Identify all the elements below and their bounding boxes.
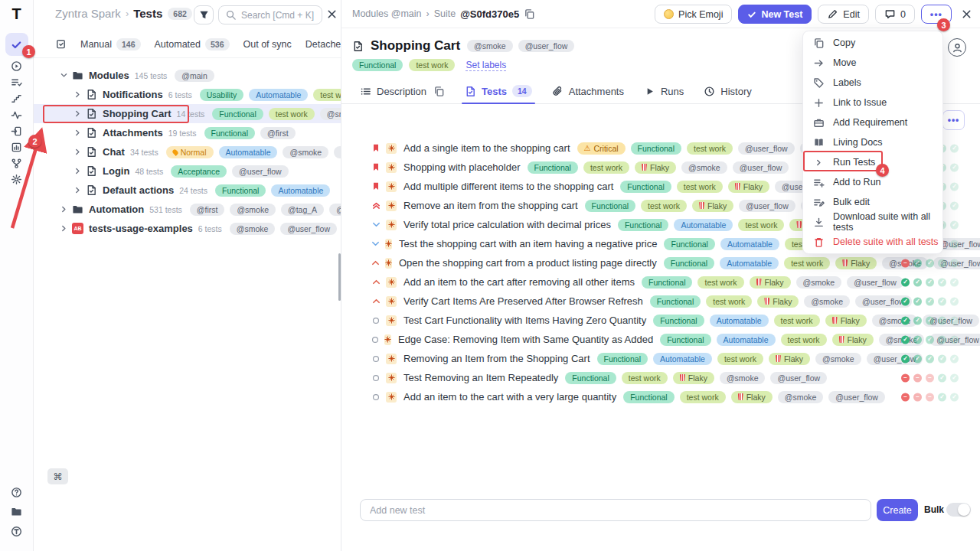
tree-row-modules[interactable]: Modules145 tests@main — [34, 66, 341, 85]
label-badge: @user_flow — [334, 146, 341, 158]
menu-item-move[interactable]: Move — [803, 53, 942, 73]
check-icon — [747, 10, 756, 19]
chevron-right-icon[interactable] — [60, 224, 68, 233]
test-title[interactable]: Test the shopping cart with an item havi… — [399, 238, 657, 249]
search-input[interactable] — [241, 10, 315, 21]
tree-row-login[interactable]: Login48 testsAcceptance@user_flow — [34, 161, 341, 181]
tree-row-default-actions[interactable]: Default actions24 testsFunctionalAutomat… — [34, 181, 341, 200]
tree-item-label: Attachments — [103, 127, 163, 139]
suite-doc-icon — [352, 41, 364, 52]
suite-tag: @user_flow — [518, 40, 575, 52]
test-title[interactable]: Test Cart Functionality with Items Havin… — [403, 315, 646, 326]
chevron-down-icon[interactable] — [60, 71, 68, 80]
test-title[interactable]: Edge Case: Removing Item with Same Quant… — [398, 334, 653, 345]
chevron-right-icon[interactable] — [74, 90, 82, 99]
tree-row-notifications[interactable]: Notifications6 testsUsabilityAutomatable… — [34, 85, 341, 104]
chevron-right-icon[interactable] — [74, 186, 82, 194]
filter-tab-out-of-sync[interactable]: Out of sync — [243, 39, 292, 50]
label-badge: Functional — [653, 315, 704, 327]
tab-tests[interactable]: Tests14 — [465, 79, 532, 103]
test-title[interactable]: Shopping with placeholder — [403, 161, 521, 173]
tests-more-button[interactable]: ••• — [942, 110, 965, 130]
tab-attachments[interactable]: Attachments — [552, 79, 624, 103]
panel-close-icon[interactable] — [326, 8, 338, 20]
run-status-dots: −−−✓✓ — [901, 393, 959, 401]
tree-row-chat[interactable]: Chat34 testsNormalAutomatable@smoke@user… — [34, 142, 341, 161]
tree-scrollbar[interactable] — [338, 253, 341, 301]
sidebar-item-gear[interactable] — [5, 168, 28, 191]
test-title[interactable]: Test Removing an Item Repeatedly — [403, 372, 558, 383]
bulk-select-icon[interactable] — [55, 38, 67, 50]
test-badges: Functionaltest workFlaky@smoke@user_flow — [565, 372, 827, 384]
test-title[interactable]: Open the shopping cart from a product li… — [399, 257, 657, 269]
set-labels-link[interactable]: Set labels — [466, 60, 506, 71]
tree-row-tests-usage-examples[interactable]: ABtests-usage-examples6 tests@smoke@user… — [34, 219, 341, 238]
test-title[interactable]: Verify Cart Items Are Preserved After Br… — [403, 295, 643, 307]
menu-item-add-to-run[interactable]: Add to Run — [803, 172, 942, 192]
bulk-toggle[interactable] — [946, 503, 971, 517]
filter-tab-manual[interactable]: Manual146 — [80, 38, 141, 51]
copy-description-icon[interactable] — [433, 86, 445, 97]
chevron-right-icon[interactable] — [74, 167, 82, 175]
add-test-input[interactable] — [360, 499, 871, 521]
chevron-right-icon[interactable] — [74, 129, 82, 137]
create-test-button[interactable]: Create — [877, 499, 918, 521]
test-row[interactable]: Verify Cart Items Are Preserved After Br… — [341, 292, 980, 311]
cmd-key-button[interactable]: ⌘ — [47, 468, 68, 484]
assignee-avatar[interactable] — [948, 38, 966, 57]
test-row[interactable]: Add an item to the cart with a very larg… — [341, 387, 980, 406]
test-row[interactable]: Removing an Item from the Shopping CartF… — [341, 349, 980, 368]
test-row[interactable]: Add an item to the cart after removing a… — [341, 272, 980, 292]
test-row[interactable]: Test Removing an Item RepeatedlyFunction… — [341, 368, 980, 387]
menu-item-add-requirement[interactable]: Add Requirement — [803, 112, 942, 132]
test-title[interactable]: Add a single item to the shopping cart — [403, 142, 570, 154]
test-title[interactable]: Add an item to the cart with a very larg… — [403, 391, 616, 403]
tab-history[interactable]: History — [704, 79, 751, 103]
search-field[interactable] — [218, 5, 322, 24]
menu-item-living-docs[interactable]: Living Docs — [803, 132, 942, 152]
test-title[interactable]: Add an item to the cart after removing a… — [403, 276, 635, 288]
tab-description[interactable]: Description — [360, 79, 445, 103]
clipboard-check-icon — [55, 38, 67, 50]
comments-button[interactable]: 0 — [875, 5, 915, 24]
app-name[interactable]: Zyntra Spark — [55, 7, 121, 20]
pick-emoji-button[interactable]: Pick Emoji — [655, 5, 732, 24]
test-title[interactable]: Removing an Item from the Shopping Cart — [403, 353, 590, 364]
chevron-right-icon[interactable] — [74, 148, 82, 156]
menu-item-download-suite-with-all-tests[interactable]: Download suite with all tests — [803, 212, 942, 232]
test-title[interactable]: Verify total price calculation with deci… — [403, 219, 611, 230]
label-badge: test work — [738, 219, 784, 231]
test-row[interactable]: Open the shopping cart from a product li… — [341, 253, 980, 272]
menu-item-copy[interactable]: Copy — [803, 33, 942, 53]
label-badge: test work — [313, 89, 341, 101]
test-row[interactable]: Edge Case: Removing Item with Same Quant… — [341, 330, 980, 349]
label-badge: Functional — [620, 181, 671, 193]
breadcrumb-parent[interactable]: Modules @main — [352, 8, 422, 19]
menu-item-bulk-edit[interactable]: Bulk edit — [803, 192, 942, 212]
label-badge: test work — [697, 276, 743, 289]
folder-icon — [72, 70, 83, 81]
menu-item-delete-suite-with-all-tests[interactable]: Delete suite with all tests — [803, 232, 942, 252]
sidebar-item-logo-round[interactable] — [5, 520, 28, 543]
menu-item-labels[interactable]: Labels — [803, 73, 942, 93]
chevron-right-icon[interactable] — [60, 205, 68, 214]
close-suite-icon[interactable] — [961, 8, 972, 20]
tree-row-automation[interactable]: Automation531 tests@first@smoke@tag_A@us… — [34, 200, 341, 219]
filter-tab-automated[interactable]: Automated536 — [155, 38, 230, 51]
menu-item-link-to-issue[interactable]: Link to Issue — [803, 93, 942, 112]
tree-row-attachments[interactable]: Attachments19 testsFunctional@first — [34, 123, 341, 142]
status-pass-icon: ✓ — [950, 259, 959, 267]
label-badge: @user_flow — [329, 204, 341, 216]
tab-runs[interactable]: Runs — [644, 79, 684, 103]
new-test-button[interactable]: New Test — [738, 5, 812, 24]
test-title[interactable]: Add multiple different items to the shop… — [403, 181, 613, 192]
test-row[interactable]: Test Cart Functionality with Items Havin… — [341, 311, 980, 330]
automated-burst-icon — [385, 258, 392, 269]
copy-suite-id-icon[interactable] — [524, 8, 535, 20]
test-title[interactable]: Remove an item from the shopping cart — [403, 200, 578, 211]
filter-button[interactable] — [194, 5, 214, 24]
edit-button[interactable]: Edit — [818, 5, 869, 24]
tree-item-badges: @main — [175, 70, 214, 82]
filter-tab-detached[interactable]: Detached — [305, 39, 341, 50]
status-pass-icon: ✓ — [926, 278, 934, 286]
